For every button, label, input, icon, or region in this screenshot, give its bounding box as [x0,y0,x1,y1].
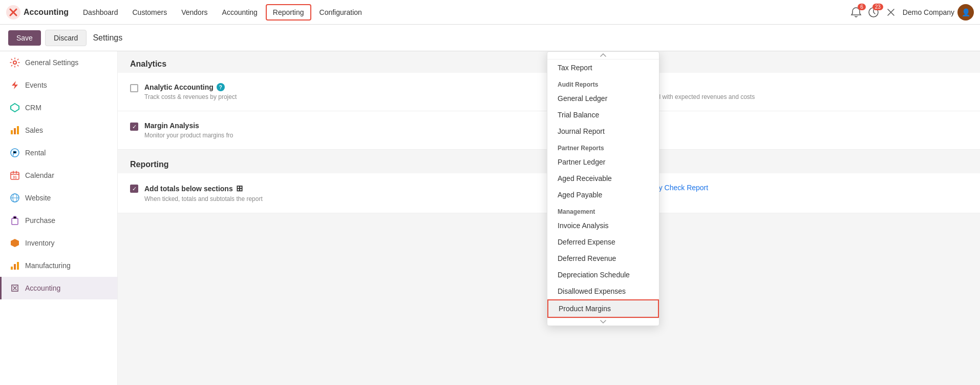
manufacturing-icon [10,260,20,271]
purchase-icon [10,215,20,226]
setting-add-totals: ✓ Add totals below sections ⊞ When ticke… [118,173,549,213]
svg-rect-5 [14,128,16,134]
svg-text:31: 31 [13,175,17,179]
title-margin-analysis: Margin Analysis [144,121,233,130]
desc-analytic-accounting: Track costs & revenues by project [144,93,237,100]
dropdown-disallowed-expenses[interactable]: Disallowed Expenses [547,283,659,299]
company-name: Demo Company [903,8,954,16]
sidebar-item-website[interactable]: Website [0,187,117,209]
sidebar-label-general-settings: General Settings [25,58,78,67]
sidebar-item-calendar[interactable]: 31 Calendar [0,164,117,187]
brand-icon [6,5,20,19]
sidebar-item-accounting[interactable]: Accounting [0,277,117,299]
sidebar-item-crm[interactable]: CRM [0,96,117,119]
dropdown-menu: Tax Report Audit Reports General Ledger … [547,51,659,326]
dropdown-tax-report[interactable]: Tax Report [547,59,659,76]
info-icon-analytic[interactable]: ? [217,83,225,91]
toolbar-title: Settings [93,33,122,43]
dropdown-section-management: Management [547,203,659,217]
dropdown-invoice-analysis[interactable]: Invoice Analysis [547,217,659,234]
sidebar-item-inventory[interactable]: Inventory [0,232,117,254]
dropdown-general-ledger[interactable]: General Ledger [547,90,659,107]
svg-point-2 [13,61,16,64]
sidebar-label-manufacturing: Manufacturing [25,261,71,270]
sidebar-label-inventory: Inventory [25,239,55,247]
sidebar-item-manufacturing[interactable]: Manufacturing [0,254,117,277]
company-info: Demo Company 👤 [903,4,974,21]
sidebar-label-calendar: Calendar [25,171,54,179]
sidebar-label-website: Website [25,194,51,202]
nav-reporting[interactable]: Reporting [266,4,311,21]
nav-configuration[interactable]: Configuration [313,5,368,19]
sidebar-item-general-settings[interactable]: General Settings [0,51,117,74]
sidebar-item-purchase[interactable]: Purchase [0,209,117,232]
main-layout: General Settings Events CRM Sales [0,51,980,385]
sidebar-label-sales: Sales [25,126,43,134]
title-analytic-accounting: Analytic Accounting ? [144,83,237,91]
rental-icon [10,148,20,158]
sidebar-label-events: Events [25,81,47,89]
brand-label: Accounting [24,8,69,17]
desc-margin-analysis: Monitor your product margins fro [144,132,233,139]
close-button[interactable] [885,7,897,18]
sidebar-label-accounting: Accounting [25,284,60,292]
sidebar-item-events[interactable]: Events [0,74,117,96]
clock-button[interactable]: 23 [868,7,879,18]
inventory-icon [10,238,20,248]
lightning-icon [10,80,20,90]
svg-rect-6 [17,126,19,134]
checkbox-add-totals[interactable]: ✓ [130,185,138,193]
setting-margin-analysis: ✓ Margin Analysis Monitor your product m… [118,111,549,150]
sidebar-label-crm: CRM [25,104,41,112]
dropdown-deferred-revenue[interactable]: Deferred Revenue [547,250,659,267]
dropdown-trial-balance[interactable]: Trial Balance [547,107,659,123]
dropdown-aged-payable[interactable]: Aged Payable [547,187,659,203]
main-content: Analytics Analytic Accounting ? Track co… [118,51,980,385]
dropdown-aged-receivable[interactable]: Aged Receivable [547,170,659,187]
avatar[interactable]: 👤 [957,4,974,21]
setting-analytic-accounting: Analytic Accounting ? Track costs & reve… [118,73,549,111]
dropdown-section-audit: Audit Reports [547,76,659,90]
gear-icon [10,57,20,68]
dropdown-deferred-expense[interactable]: Deferred Expense [547,234,659,250]
dropdown-scrollable: Tax Report Audit Reports General Ledger … [547,59,659,318]
nav-customers[interactable]: Customers [126,5,174,19]
dropdown-partner-ledger[interactable]: Partner Ledger [547,154,659,170]
brand: Accounting [6,5,69,19]
checkbox-margin-analysis[interactable]: ✓ [130,123,138,131]
notification-badge: 6 [858,4,866,10]
accounting-icon [10,283,20,293]
svg-marker-13 [11,239,19,247]
nav-right: 6 23 Demo Company 👤 [850,4,974,21]
clock-badge: 23 [872,4,883,10]
dropdown-section-partner: Partner Reports [547,139,659,154]
scroll-down-indicator[interactable] [547,318,659,326]
calendar-icon: 31 [10,170,20,180]
svg-rect-12 [12,218,18,225]
nav-vendors[interactable]: Vendors [175,5,214,19]
svg-rect-14 [11,267,13,270]
nav-dashboard[interactable]: Dashboard [77,5,124,19]
crm-icon [10,103,20,113]
dropdown-product-margins[interactable]: Product Margins [547,299,659,318]
sidebar-item-sales[interactable]: Sales [0,119,117,141]
sidebar-item-rental[interactable]: Rental [0,141,117,164]
svg-rect-15 [14,264,16,270]
sidebar: General Settings Events CRM Sales [0,51,118,385]
dropdown-journal-report[interactable]: Journal Report [547,123,659,139]
sidebar-label-purchase: Purchase [25,216,55,225]
discard-button[interactable]: Discard [45,30,87,46]
top-nav: Accounting Dashboard Customers Vendors A… [0,0,980,25]
nav-accounting[interactable]: Accounting [216,5,264,19]
desc-add-totals: When ticked, totals and subtotals the re… [144,195,263,202]
title-add-totals: Add totals below sections ⊞ [144,184,263,193]
sidebar-label-rental: Rental [25,149,46,157]
sales-icon [10,125,20,135]
scroll-up-indicator[interactable] [547,52,659,59]
svg-rect-4 [11,130,13,134]
checkbox-analytic-accounting[interactable] [130,84,138,92]
notifications-button[interactable]: 6 [850,7,862,18]
dropdown-depreciation-schedule[interactable]: Depreciation Schedule [547,267,659,283]
table-icon: ⊞ [236,184,243,193]
save-button[interactable]: Save [8,30,41,46]
